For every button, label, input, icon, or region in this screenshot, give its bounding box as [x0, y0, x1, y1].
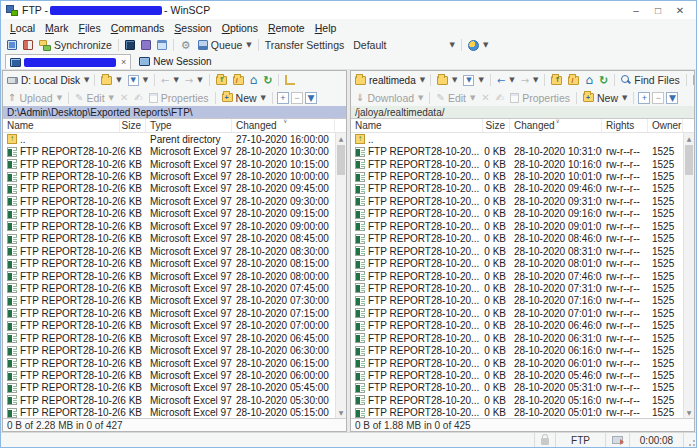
rename-button[interactable]: ✍: [131, 91, 145, 104]
table-row[interactable]: FTP REPORT28-10-20... 6 KB Microsoft Exc…: [3, 220, 335, 232]
scroll-up-icon[interactable]: ▲: [336, 133, 346, 144]
table-row[interactable]: FTP REPORT28-10-20... 0 KB 28-10-2020 05…: [351, 369, 683, 381]
table-row[interactable]: FTP REPORT28-10-20... 6 KB Microsoft Exc…: [3, 245, 335, 257]
new-session-tab[interactable]: New Session: [135, 54, 215, 69]
filter-button[interactable]: ▼▼: [460, 74, 486, 87]
home-directory-button[interactable]: ⌂: [582, 72, 596, 88]
menu-item-files[interactable]: Files: [73, 21, 105, 35]
table-row[interactable]: FTP REPORT28-10-20... 0 KB 28-10-2020 09…: [351, 220, 683, 232]
delete-button[interactable]: ✕: [478, 91, 492, 104]
menu-item-help[interactable]: Help: [310, 21, 342, 35]
column-header-size[interactable]: Size: [120, 119, 146, 132]
refresh-button[interactable]: ↻: [596, 73, 611, 88]
remote-scrollbar[interactable]: ▲ ▼: [683, 133, 694, 418]
menu-item-options[interactable]: Options: [217, 21, 263, 35]
table-row[interactable]: FTP REPORT28-10-20... 0 KB 28-10-2020 05…: [351, 382, 683, 394]
synchronize-button[interactable]: Synchronize: [36, 38, 115, 52]
table-row[interactable]: FTP REPORT28-10-20... 6 KB Microsoft Exc…: [3, 158, 335, 170]
table-row[interactable]: FTP REPORT28-10-20... 6 KB Microsoft Exc…: [3, 320, 335, 332]
table-row[interactable]: FTP REPORT28-10-20... 6 KB Microsoft Exc…: [3, 282, 335, 294]
back-button[interactable]: ←▼: [494, 74, 518, 87]
table-row[interactable]: FTP REPORT28-10-20... 6 KB Microsoft Exc…: [3, 183, 335, 195]
commander-view-button[interactable]: [4, 39, 20, 51]
column-header-name[interactable]: Name: [351, 119, 483, 132]
remote-directory-selector[interactable]: realtimeda ▼: [353, 74, 427, 87]
table-row[interactable]: FTP REPORT28-10-20... 6 KB Microsoft Exc…: [3, 270, 335, 282]
minimize-button[interactable]: –: [625, 3, 647, 17]
remote-path-bar[interactable]: /jaloya/realtimedata/: [351, 106, 694, 119]
open-directory-button[interactable]: ▼: [98, 75, 124, 86]
column-header-changed[interactable]: Changed∨: [510, 119, 602, 132]
preferences-button[interactable]: [138, 39, 154, 51]
close-button[interactable]: ✕: [669, 3, 691, 17]
console-button[interactable]: [122, 39, 138, 51]
maximize-button[interactable]: □: [647, 3, 669, 17]
local-scrollbar[interactable]: ▲ ▼: [335, 133, 346, 418]
parent-directory-button[interactable]: ↑: [548, 75, 565, 86]
table-row[interactable]: FTP REPORT28-10-20... 6 KB Microsoft Exc…: [3, 208, 335, 220]
download-button[interactable]: ⇓Download▼: [353, 91, 426, 105]
table-row[interactable]: FTP REPORT28-10-20... 6 KB Microsoft Exc…: [3, 332, 335, 344]
table-row[interactable]: FTP REPORT28-10-20... 0 KB 28-10-2020 09…: [351, 183, 683, 195]
filter-button[interactable]: ▼▼: [125, 74, 151, 87]
column-header-type[interactable]: Type: [146, 119, 232, 132]
menu-item-commands[interactable]: Commands: [106, 21, 170, 35]
table-row[interactable]: FTP REPORT28-10-20... 6 KB Microsoft Exc…: [3, 195, 335, 207]
expand-button[interactable]: +: [277, 92, 289, 104]
scroll-up-icon[interactable]: ▲: [684, 133, 694, 144]
menu-item-local[interactable]: Local: [5, 21, 40, 35]
parent-directory-button[interactable]: ↑: [213, 75, 230, 86]
menu-item-session[interactable]: Session: [169, 21, 216, 35]
transfer-settings-combo[interactable]: Transfer Settings Default ▼: [262, 38, 458, 52]
table-row[interactable]: FTP REPORT28-10-20... 6 KB Microsoft Exc…: [3, 357, 335, 369]
edit-button[interactable]: ✎Edit▼: [433, 91, 478, 105]
table-row[interactable]: FTP REPORT28-10-20... 0 KB 28-10-2020 08…: [351, 257, 683, 269]
rename-button[interactable]: ✍: [493, 91, 507, 104]
scroll-down-icon[interactable]: ▼: [684, 407, 694, 418]
scrollbar-thumb[interactable]: [685, 145, 693, 175]
table-row[interactable]: FTP REPORT28-10-20... 0 KB 28-10-2020 07…: [351, 270, 683, 282]
expand-button[interactable]: +: [638, 92, 650, 104]
local-path-bar[interactable]: D:\Admin\Desktop\Exported Reports\FTP\: [3, 106, 346, 119]
table-row[interactable]: FTP REPORT28-10-20... 0 KB 28-10-2020 08…: [351, 245, 683, 257]
settings-button[interactable]: ⚙: [177, 38, 195, 52]
refresh-button[interactable]: ↻: [260, 73, 275, 88]
edit-button[interactable]: ✎Edit▼: [72, 91, 117, 105]
table-row[interactable]: FTP REPORT28-10-20... 6 KB Microsoft Exc…: [3, 295, 335, 307]
session-tab[interactable]: ×: [5, 54, 131, 69]
table-row[interactable]: ..: [351, 133, 683, 145]
forward-button[interactable]: →▼: [182, 74, 206, 87]
table-row[interactable]: FTP REPORT28-10-20... 0 KB 28-10-2020 07…: [351, 307, 683, 319]
table-row[interactable]: FTP REPORT28-10-20... 0 KB 28-10-2020 07…: [351, 282, 683, 294]
table-row[interactable]: FTP REPORT28-10-20... 0 KB 28-10-2020 05…: [351, 407, 683, 418]
collapse-button[interactable]: −: [291, 92, 303, 104]
table-row[interactable]: FTP REPORT28-10-20... 6 KB Microsoft Exc…: [3, 382, 335, 394]
table-row[interactable]: FTP REPORT28-10-20... 0 KB 28-10-2020 08…: [351, 233, 683, 245]
properties-button[interactable]: Properties: [146, 91, 212, 105]
tab-close-icon[interactable]: ×: [121, 57, 126, 67]
upload-button[interactable]: ⇑Upload▼: [5, 91, 65, 105]
table-row[interactable]: FTP REPORT28-10-20... 0 KB 28-10-2020 07…: [351, 295, 683, 307]
table-row[interactable]: FTP REPORT28-10-20... 0 KB 28-10-2020 10…: [351, 170, 683, 182]
table-row[interactable]: FTP REPORT28-10-20... 6 KB Microsoft Exc…: [3, 233, 335, 245]
back-button[interactable]: ←▼: [158, 74, 182, 87]
table-row[interactable]: FTP REPORT28-10-20... 6 KB Microsoft Exc…: [3, 257, 335, 269]
table-row[interactable]: FTP REPORT28-10-20... 6 KB Microsoft Exc…: [3, 369, 335, 381]
table-row[interactable]: FTP REPORT28-10-20... 0 KB 28-10-2020 06…: [351, 332, 683, 344]
home-directory-button[interactable]: ⌂: [247, 72, 261, 88]
table-row[interactable]: FTP REPORT28-10-20... 0 KB 28-10-2020 06…: [351, 320, 683, 332]
table-row[interactable]: FTP REPORT28-10-20... 0 KB 28-10-2020 06…: [351, 357, 683, 369]
properties-button[interactable]: Properties: [507, 91, 573, 105]
column-header-name[interactable]: Name: [3, 119, 120, 132]
tree-toggle-button[interactable]: [282, 74, 298, 86]
queue-button[interactable]: Queue ▼: [195, 38, 255, 52]
table-row[interactable]: FTP REPORT28-10-20... 0 KB 28-10-2020 09…: [351, 208, 683, 220]
transfer-options-button[interactable]: ▼: [465, 39, 491, 52]
table-row[interactable]: FTP REPORT28-10-20... 0 KB 28-10-2020 10…: [351, 145, 683, 157]
tree-toggle-button[interactable]: [690, 74, 694, 86]
column-header-owner[interactable]: Owner: [648, 119, 683, 132]
explorer-view-button[interactable]: [20, 39, 36, 51]
filter-box-icon[interactable]: ▼: [666, 92, 678, 104]
find-files-button[interactable]: Find Files: [618, 73, 683, 87]
table-row[interactable]: FTP REPORT28-10-20... 6 KB Microsoft Exc…: [3, 407, 335, 418]
